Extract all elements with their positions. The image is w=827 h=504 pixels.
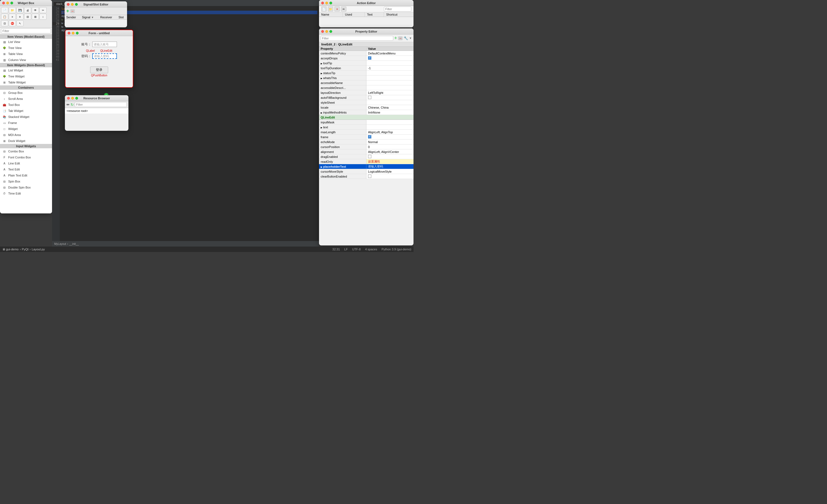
- widget-item-tree-view[interactable]: 🌳 Tree View: [0, 45, 52, 51]
- login-button[interactable]: 登录: [90, 66, 108, 73]
- align3-btn[interactable]: ⊞: [32, 14, 39, 20]
- pe-val-clearbuttonenabled[interactable]: [367, 174, 414, 179]
- pe-val-stylesheet[interactable]: [367, 100, 414, 105]
- close-button[interactable]: [2, 2, 5, 4]
- widget-item-list-view[interactable]: ▤ List View: [0, 39, 52, 45]
- widget-item-line-edit[interactable]: A Line Edit: [0, 160, 52, 166]
- pe-val-layoutdirection[interactable]: LeftToRight: [367, 90, 414, 95]
- ss-close-btn[interactable]: [67, 3, 69, 6]
- ae-delete-icon[interactable]: ✕: [334, 7, 340, 11]
- widget-item-combo-box[interactable]: ⊟ Combo Box: [0, 148, 52, 154]
- pe-minimize-btn[interactable]: [325, 30, 328, 33]
- frame-checkbox[interactable]: ✓: [368, 135, 371, 138]
- pe-val-acceptdrops[interactable]: ✓: [367, 56, 414, 61]
- widget-item-spin-box[interactable]: ⊟ Spin Box: [0, 178, 52, 184]
- form-minimize-btn[interactable]: [72, 32, 75, 35]
- widget-item-table-widget[interactable]: ⊞ Table Widget: [0, 79, 52, 86]
- pe-val-locale[interactable]: Chinese, China: [367, 105, 414, 110]
- rb-refresh-icon[interactable]: ↻: [71, 103, 74, 107]
- widget-item-scroll-area[interactable]: ↕ Scroll Area: [0, 96, 52, 102]
- widget-item-font-combo-box[interactable]: F Font Combo Box: [0, 154, 52, 160]
- form-close-btn[interactable]: [68, 32, 70, 35]
- pe-val-readonly[interactable]: 设置属性: [367, 159, 414, 164]
- pe-val-inputmask[interactable]: [367, 120, 414, 125]
- clearbuttonenabled-checkbox[interactable]: [368, 175, 371, 178]
- save-btn[interactable]: 💾: [16, 7, 23, 13]
- form-maximize-btn[interactable]: [76, 32, 79, 35]
- widget-item-table-view[interactable]: ⊞ Table View: [0, 51, 52, 57]
- pe-maximize-btn[interactable]: [330, 30, 332, 33]
- pe-filter-input[interactable]: [321, 36, 393, 41]
- pe-val-autofillbg[interactable]: [367, 95, 414, 100]
- pe-val-accessibledescri[interactable]: [367, 86, 414, 90]
- ss-minimize-btn[interactable]: [71, 3, 74, 6]
- minimize-button[interactable]: [6, 2, 9, 4]
- rb-maximize-btn[interactable]: [75, 97, 78, 100]
- pe-val-accessiblename[interactable]: [367, 80, 414, 86]
- print-btn[interactable]: 🖨: [24, 7, 31, 13]
- pe-val-statustip[interactable]: [367, 71, 414, 75]
- widget-item-time-edit[interactable]: ⏱ Time Edit: [0, 190, 52, 197]
- break-btn[interactable]: ⛔: [9, 20, 16, 26]
- align1-btn[interactable]: ≡: [16, 14, 23, 20]
- ss-remove-button[interactable]: −: [70, 9, 75, 13]
- ae-filter-input[interactable]: [384, 7, 411, 11]
- rb-edit-icon[interactable]: ✏: [66, 103, 69, 107]
- ae-edit-icon[interactable]: ✏: [341, 7, 346, 11]
- pointer-btn[interactable]: ↖: [16, 20, 23, 26]
- widget-item-tool-box[interactable]: 🧰 Tool Box: [0, 102, 52, 108]
- rb-filter-input[interactable]: [75, 102, 127, 107]
- align4-btn[interactable]: ↕: [39, 14, 47, 20]
- pe-val-tooltipduration[interactable]: -1: [367, 66, 414, 71]
- pe-val-whatsthis[interactable]: [367, 75, 414, 80]
- align5-btn[interactable]: ⊡: [1, 20, 8, 26]
- pe-val-cursormovestyle[interactable]: LogicalMoveStyle: [367, 169, 414, 174]
- pe-wrench-icon[interactable]: 🔧: [404, 36, 408, 40]
- widget-item-plain-text-edit[interactable]: A Plain Text Edit: [0, 172, 52, 178]
- pe-val-frame[interactable]: ✓: [367, 134, 414, 139]
- more-btn[interactable]: »: [9, 14, 16, 20]
- pe-remove-button[interactable]: −: [398, 37, 402, 40]
- pe-val-contextmenupolicy[interactable]: DefaultContextMenu: [367, 51, 414, 56]
- widget-item-double-spin-box[interactable]: ⊟ Double Spin Box: [0, 184, 52, 190]
- dragenabled-checkbox[interactable]: [368, 155, 371, 158]
- pe-val-tooltip[interactable]: [367, 61, 414, 66]
- pe-val-cursorposition[interactable]: 0: [367, 145, 414, 150]
- cut-btn[interactable]: ✂: [39, 7, 47, 13]
- widget-item-frame[interactable]: ▭ Frame: [0, 120, 52, 126]
- widget-item-widget[interactable]: □ Widget: [0, 126, 52, 132]
- acceptdrops-checkbox[interactable]: ✓: [368, 56, 371, 60]
- ae-close-btn[interactable]: [321, 2, 324, 4]
- widget-item-tree-widget[interactable]: 🌳 Tree Widget: [0, 73, 52, 79]
- password-input[interactable]: 请输入密码: [92, 53, 117, 59]
- widget-filter-input[interactable]: [1, 29, 51, 34]
- widget-item-text-edit[interactable]: A Text Edit: [0, 166, 52, 172]
- widget-item-group-box[interactable]: ⊡ Group Box: [0, 90, 52, 96]
- pe-val-inputmethodhints[interactable]: ImhNone: [367, 110, 414, 115]
- pe-val-maxlength[interactable]: AlignLeft, AlignTop: [367, 130, 414, 134]
- widget-item-list-widget[interactable]: ▤ List Widget: [0, 67, 52, 73]
- ss-add-button[interactable]: +: [66, 8, 69, 14]
- new-btn[interactable]: 📄: [1, 7, 8, 13]
- pe-val-text[interactable]: [367, 125, 414, 130]
- rb-minimize-btn[interactable]: [71, 97, 74, 100]
- widget-item-column-view[interactable]: ▥ Column View: [0, 57, 52, 63]
- ae-new-icon[interactable]: 📄: [321, 7, 327, 11]
- widget-item-stacked-widget[interactable]: 📚 Stacked Widget: [0, 114, 52, 120]
- pe-close-btn[interactable]: [321, 30, 324, 33]
- ae-minimize-btn[interactable]: [325, 2, 328, 4]
- copy-btn[interactable]: 📋: [1, 14, 8, 20]
- ss-maximize-btn[interactable]: [75, 3, 78, 6]
- ae-open-icon[interactable]: 📁: [328, 7, 333, 11]
- open-btn[interactable]: 📁: [9, 7, 16, 13]
- rb-close-btn[interactable]: [67, 97, 70, 100]
- autofillbg-checkbox[interactable]: [368, 96, 371, 99]
- maximize-button[interactable]: [10, 2, 13, 4]
- ae-maximize-btn[interactable]: [330, 2, 332, 4]
- widget-item-dock-widget[interactable]: ⊞ Dock Widget: [0, 138, 52, 144]
- pe-val-echomode[interactable]: Normal: [367, 139, 414, 145]
- pe-add-button[interactable]: +: [394, 35, 397, 41]
- pe-val-placeholdertext[interactable]: 请输入密码: [367, 164, 414, 169]
- widget-item-mdi-area[interactable]: ⊟ MDI Area: [0, 132, 52, 138]
- preview-btn[interactable]: 👁: [32, 7, 39, 13]
